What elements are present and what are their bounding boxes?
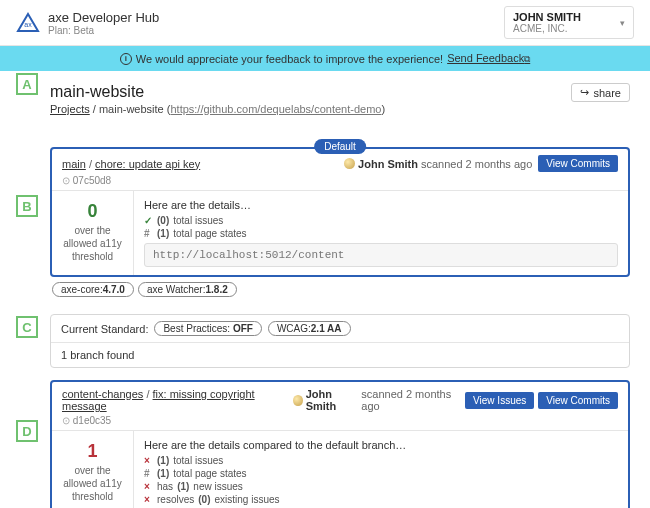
breadcrumb-projects[interactable]: Projects bbox=[50, 103, 90, 115]
commit-heading: main / chore: update api key bbox=[62, 158, 200, 170]
details-heading: Here are the details compared to the def… bbox=[144, 439, 618, 451]
plan-label: Plan: Beta bbox=[48, 25, 159, 36]
axe-watcher-tag: axe Watcher:1.8.2 bbox=[138, 282, 237, 297]
scanned-by: John Smith scanned 2 months ago bbox=[293, 388, 459, 412]
breadcrumb-current: main-website bbox=[99, 103, 164, 115]
standard-card: Current Standard: Best Practices: OFF WC… bbox=[50, 314, 630, 368]
share-icon: ↪ bbox=[580, 86, 589, 99]
commit-heading: content-changes / fix: missing copyright… bbox=[62, 388, 287, 412]
commit-title[interactable]: chore: update api key bbox=[95, 158, 200, 170]
callout-marker-c: C bbox=[16, 316, 38, 338]
hash-icon: # bbox=[144, 468, 153, 479]
hash-icon: # bbox=[144, 228, 153, 239]
default-branch-card: Default main / chore: update api key Joh… bbox=[50, 147, 630, 277]
avatar-icon bbox=[293, 395, 303, 406]
branch-link[interactable]: content-changes bbox=[62, 388, 143, 400]
version-tags: axe-core:4.7.0 axe Watcher:1.8.2 bbox=[50, 277, 630, 302]
standard-label: Current Standard: bbox=[61, 323, 148, 335]
view-issues-button[interactable]: View Issues bbox=[465, 392, 534, 409]
scanned-by: John Smith scanned 2 months ago bbox=[344, 158, 532, 170]
view-commits-button[interactable]: View Commits bbox=[538, 392, 618, 409]
cross-icon: × bbox=[144, 481, 153, 492]
callout-marker-d: D bbox=[16, 420, 38, 442]
threshold-summary: 1 over the allowed a11y threshold bbox=[52, 431, 134, 508]
banner-text: We would appreciate your feedback to imp… bbox=[136, 53, 443, 65]
project-title: main-website bbox=[50, 83, 630, 101]
feedback-banner: i We would appreciate your feedback to i… bbox=[0, 46, 650, 71]
header-brand: ax axe Developer Hub Plan: Beta bbox=[16, 10, 159, 36]
compare-branch-card: content-changes / fix: missing copyright… bbox=[50, 380, 630, 508]
threshold-count: 0 bbox=[58, 201, 127, 222]
wcag-tag: WCAG:2.1 AA bbox=[268, 321, 351, 336]
info-icon: i bbox=[120, 53, 132, 65]
commit-hash: d1e0c35 bbox=[62, 415, 618, 426]
chevron-down-icon: ▾ bbox=[620, 18, 625, 28]
send-feedback-link[interactable]: Send Feedback⧉ bbox=[447, 52, 530, 65]
branch-count: 1 branch found bbox=[51, 343, 629, 367]
callout-marker-a: A bbox=[16, 73, 38, 95]
threshold-label: over the allowed a11y threshold bbox=[58, 224, 127, 263]
details-heading: Here are the details… bbox=[144, 199, 618, 211]
breadcrumb: Projects / main-website (https://github.… bbox=[50, 103, 630, 115]
branch-link[interactable]: main bbox=[62, 158, 86, 170]
app-header: ax axe Developer Hub Plan: Beta JOHN SMI… bbox=[0, 0, 650, 46]
user-name: JOHN SMITH bbox=[513, 11, 581, 23]
axe-core-tag: axe-core:4.7.0 bbox=[52, 282, 134, 297]
view-commits-button[interactable]: View Commits bbox=[538, 155, 618, 172]
threshold-count: 1 bbox=[58, 441, 127, 462]
threshold-label: over the allowed a11y threshold bbox=[58, 464, 127, 503]
cross-icon: × bbox=[144, 494, 153, 505]
product-name: axe Developer Hub bbox=[48, 10, 159, 25]
default-badge: Default bbox=[314, 139, 366, 154]
page-states-line: # (1) total page states bbox=[144, 228, 618, 239]
total-issues-line: ✓ (0) total issues bbox=[144, 215, 618, 226]
new-issues-line: ×has(1)new issues bbox=[144, 481, 618, 492]
scan-url: http://localhost:5012/content bbox=[144, 243, 618, 267]
axe-logo-icon: ax bbox=[16, 11, 40, 35]
best-practices-tag: Best Practices: OFF bbox=[154, 321, 261, 336]
svg-text:ax: ax bbox=[24, 21, 32, 28]
user-menu[interactable]: JOHN SMITH ACME, INC. ▾ bbox=[504, 6, 634, 39]
check-icon: ✓ bbox=[144, 215, 153, 226]
callout-marker-b: B bbox=[16, 195, 38, 217]
commit-hash: 07c50d8 bbox=[62, 175, 618, 186]
user-org: ACME, INC. bbox=[513, 23, 581, 34]
page-states-line: #(1)total page states bbox=[144, 468, 618, 479]
repo-url[interactable]: https://github.com/dequelabs/content-dem… bbox=[170, 103, 381, 115]
threshold-summary: 0 over the allowed a11y threshold bbox=[52, 191, 134, 275]
resolved-issues-line: ×resolves(0)existing issues bbox=[144, 494, 618, 505]
share-button[interactable]: ↪ share bbox=[571, 83, 630, 102]
external-link-icon: ⧉ bbox=[524, 54, 530, 64]
cross-icon: × bbox=[144, 455, 153, 466]
avatar-icon bbox=[344, 158, 355, 169]
total-issues-line: ×(1)total issues bbox=[144, 455, 618, 466]
